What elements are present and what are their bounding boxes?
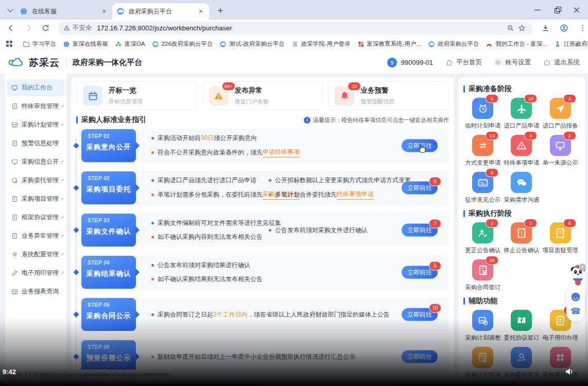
- sidebar-item[interactable]: 框架协议管理: [7, 209, 64, 226]
- bookmark-item[interactable]: 政府采购云平台: [428, 40, 479, 48]
- header-nav-gear[interactable]: 账号设置: [494, 58, 531, 67]
- tab-online-service[interactable]: 在线客服: [15, 3, 112, 20]
- tab-search-chevron-icon[interactable]: [5, 5, 15, 15]
- feature-tile[interactable]: 采购计划查询: [463, 347, 502, 381]
- phone-icon[interactable]: [570, 307, 581, 315]
- arc-red-icon: [486, 41, 493, 48]
- go-now-button[interactable]: 立即前往5: [402, 266, 438, 279]
- reload-icon[interactable]: [40, 22, 52, 34]
- feature-tile[interactable]: 13方式变更申请: [463, 135, 502, 169]
- summary-card-text: 业务预警预警提醒信息: [360, 86, 394, 106]
- tab-close-icon[interactable]: [197, 7, 205, 15]
- feature-tile[interactable]: 6临时计划申请: [463, 98, 502, 132]
- feature-tile[interactable]: 1终止公告确认: [502, 222, 541, 256]
- feature-tile[interactable]: 4特殊事项申请: [502, 135, 541, 169]
- bookmark-item[interactable]: 富深OA: [115, 40, 145, 48]
- new-tab-button[interactable]: [214, 5, 227, 17]
- bookmarks-overflow-icon[interactable]: »: [575, 40, 579, 48]
- sidebar-item[interactable]: 采购计划管理: [7, 116, 64, 133]
- panda-close-icon[interactable]: [579, 264, 586, 271]
- go-now-button[interactable]: 立即前往: [402, 350, 438, 363]
- feature-tile[interactable]: 采购需求沟通: [502, 172, 541, 206]
- tab-procurement-platform[interactable]: 政府采购云平台: [112, 3, 209, 20]
- special-item-link[interactable]: 申请特殊事项: [263, 148, 300, 157]
- sidebar-item-label: 预警信息处理: [22, 139, 59, 148]
- bookmark-item[interactable]: 226政府采购云平台: [152, 40, 213, 48]
- sidebar-item[interactable]: 系统配置管理: [7, 246, 64, 263]
- summary-card[interactable]: 99+发布异常推送门户失败: [202, 81, 323, 110]
- sidebar-item[interactable]: 电子用印管理: [7, 265, 64, 282]
- feature-tile[interactable]: 2更正公告确认: [463, 222, 502, 256]
- minimize-icon[interactable]: [534, 7, 541, 13]
- close-icon[interactable]: [574, 7, 580, 13]
- go-now-button[interactable]: 立即前往7: [402, 224, 438, 237]
- header-nav-home[interactable]: 平台首页: [445, 58, 482, 67]
- bookmark-item[interactable]: 富深教育系统-用户...: [357, 40, 421, 48]
- swap-icon: 13: [472, 135, 493, 156]
- person-check-icon: 2: [472, 222, 493, 243]
- bullet-text: 采购合同签订之日起: [158, 310, 213, 319]
- bookmark-item[interactable]: 富深在线客服: [63, 40, 108, 48]
- summary-card-subtitle: 开标信息管理: [109, 98, 143, 106]
- feature-tile[interactable]: 2单一来源公示: [541, 135, 580, 169]
- profile-avatar-icon[interactable]: [558, 23, 569, 34]
- folder-icon: [23, 41, 30, 48]
- address-bar[interactable]: 不安全 172.16.7.226:8002/jszc/workbench/pur…: [58, 22, 532, 35]
- menu-dots-icon[interactable]: [577, 23, 588, 34]
- tab-close-icon[interactable]: [100, 7, 108, 15]
- not-secure-chip[interactable]: 不安全: [63, 24, 92, 32]
- section-title-text: 辅助功能: [469, 296, 497, 306]
- header-nav-power[interactable]: 退出系统: [543, 58, 580, 67]
- feature-tile[interactable]: 26采购合同签订: [463, 259, 502, 293]
- bullet-text: 如不确认采购内容则无法发布相关公告: [158, 233, 263, 241]
- doc-sign-icon: 26: [472, 259, 493, 280]
- download-icon[interactable]: [540, 23, 551, 34]
- feature-tile[interactable]: 2进口产品报备: [541, 98, 580, 132]
- doc-quest-icon: ?6: [550, 222, 571, 243]
- restore-icon[interactable]: [554, 7, 560, 13]
- sidebar-item[interactable]: 特殊审批管理: [7, 98, 64, 115]
- sidebar-item[interactable]: 采购信息公开: [7, 153, 64, 170]
- sidebar-item[interactable]: 采购委托管理: [7, 172, 64, 189]
- feature-tile[interactable]: 采购委托查询: [502, 347, 541, 381]
- bookmark-item[interactable]: 学习平台: [23, 40, 56, 48]
- sidebar-item[interactable]: 业务报表查询: [7, 283, 64, 300]
- bookmark-item[interactable]: 测试-政府采购云平台: [219, 40, 284, 48]
- hand-search-icon: [511, 347, 532, 368]
- bookmark-item[interactable]: 政采学院-用户登录: [291, 40, 351, 48]
- feature-tile[interactable]: 6征求意见公示: [463, 172, 502, 206]
- feature-tile[interactable]: ?6项目质疑受理: [541, 222, 580, 256]
- sidebar: 我的工作台特殊审批管理采购计划管理预警信息处理采购信息公开采购委托管理采购项目管…: [5, 74, 66, 386]
- bookmark-item[interactable]: 我的工作台 - 富深...: [486, 40, 547, 48]
- back-icon[interactable]: [5, 22, 18, 34]
- summary-card[interactable]: 33业务预警预警提醒信息: [328, 81, 449, 110]
- sidebar-item[interactable]: 我的工作台: [7, 79, 64, 96]
- speaker-icon[interactable]: [564, 366, 575, 377]
- forward-icon[interactable]: [23, 22, 35, 34]
- go-now-button[interactable]: 立即前往6: [402, 182, 438, 195]
- bookmark-star-icon[interactable]: [516, 23, 527, 34]
- doc-icon: [11, 233, 18, 239]
- feature-tile[interactable]: 10进口产品申请: [502, 98, 541, 132]
- feature-tile[interactable]: 采购计划调整: [463, 310, 502, 344]
- pen-icon: [11, 270, 18, 276]
- special-item-link[interactable]: 特殊事项申请: [337, 190, 374, 200]
- doc-excl-icon: 1: [511, 222, 532, 243]
- apps-grid-icon[interactable]: [6, 41, 12, 48]
- bookmark-item[interactable]: 江苏政府采购网: [554, 40, 588, 48]
- guide-step-row: STEP 06预留份额公示新财政年度开始后须对上一年度中小企业份额预留执行情况进…: [79, 340, 449, 374]
- customer-service-icon[interactable]: [570, 292, 581, 302]
- guide-step-row: STEP 02采购项目委托采购进口产品须先进行进口产品申请单笔计划需多分包采购，…: [79, 171, 449, 205]
- go-now-button[interactable]: 立即前往10: [402, 308, 438, 321]
- summary-card-text: 发布异常推送门户失败: [235, 86, 269, 106]
- sidebar-item[interactable]: 采购项目管理: [7, 190, 64, 207]
- sidebar-item[interactable]: 预警信息处理: [7, 135, 64, 152]
- user-id-group[interactable]: 9 990099-01: [387, 58, 433, 67]
- summary-card[interactable]: 开标一览开标信息管理: [76, 81, 197, 110]
- count-badge: 6: [486, 168, 498, 177]
- sidebar-item[interactable]: 业务异常管理: [7, 227, 64, 244]
- idcard-icon: 6: [472, 172, 493, 193]
- zoom-out-icon[interactable]: [505, 23, 516, 34]
- count-badge: 6: [429, 177, 441, 186]
- feature-tile[interactable]: 委托协议签订: [502, 310, 541, 344]
